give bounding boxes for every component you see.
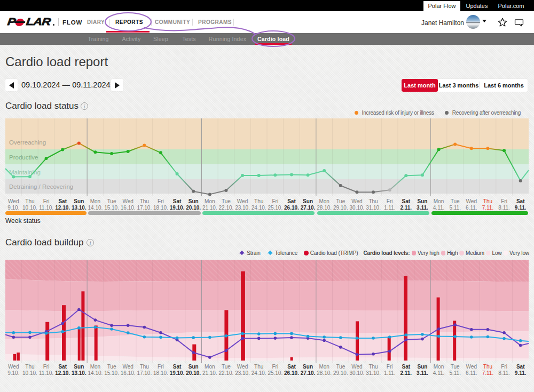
status-point-10-10-[interactable] — [28, 175, 32, 178]
tolerance-point-8-11-[interactable] — [502, 337, 506, 340]
status-point-4-11-[interactable] — [437, 148, 441, 151]
tolerance-point-11-10-[interactable] — [45, 332, 48, 335]
tolerance-point-30-10-[interactable] — [356, 337, 359, 340]
strain-point-21-10-[interactable] — [208, 356, 211, 359]
strain-point-9-11-[interactable] — [519, 344, 522, 347]
status-point-16-10-[interactable] — [127, 150, 130, 153]
status-point-7-11-[interactable] — [486, 147, 489, 150]
tolerance-point-23-10-[interactable] — [241, 332, 244, 335]
next-period-button[interactable] — [111, 79, 123, 91]
subnav-item-running-index[interactable]: Running Index — [206, 33, 249, 45]
status-point-9-10-[interactable] — [12, 175, 15, 179]
tolerance-point-9-11-[interactable] — [519, 339, 522, 342]
status-point-8-11-[interactable] — [502, 149, 506, 152]
tolerance-point-3-11-[interactable] — [421, 333, 424, 336]
menu-item-reports[interactable]: REPORTS — [115, 19, 142, 25]
tolerance-point-28-10-[interactable] — [323, 335, 326, 339]
tolerance-point-2-11-[interactable] — [405, 333, 408, 337]
tolerance-point-6-11-[interactable] — [470, 335, 473, 339]
tolerance-point-29-10-[interactable] — [339, 336, 342, 339]
menu-item-diary[interactable]: DIARY — [87, 19, 104, 25]
trimp-bar-5[interactable] — [81, 291, 84, 361]
status-point-25-10-[interactable] — [273, 173, 277, 177]
menu-item-community[interactable]: COMMUNITY — [155, 19, 186, 25]
strain-point-1-11-[interactable] — [388, 350, 391, 353]
tolerance-point-1-11-[interactable] — [388, 335, 391, 339]
favorites-star-icon[interactable] — [498, 18, 507, 27]
tolerance-point-7-11-[interactable] — [486, 335, 490, 339]
strain-point-7-11-[interactable] — [486, 328, 490, 331]
avatar-caret-icon[interactable] — [482, 20, 486, 22]
tolerance-point-15-10-[interactable] — [110, 327, 113, 331]
strain-point-24-10-[interactable] — [257, 337, 261, 340]
strain-point-2-11-[interactable] — [405, 338, 408, 341]
topbar-tab-polar-com[interactable]: Polar.com — [493, 0, 529, 11]
trimp-bar-1[interactable] — [17, 353, 20, 361]
strain-point-23-10-[interactable] — [241, 337, 244, 340]
range-last-6-months[interactable]: Last 6 months — [480, 79, 528, 92]
strain-point-3-11-[interactable] — [421, 338, 424, 341]
status-point-31-10-[interactable] — [372, 190, 375, 194]
cardio-load-buildup-chart[interactable] — [5, 260, 529, 364]
prev-period-button[interactable] — [5, 79, 18, 91]
avatar[interactable] — [466, 15, 480, 29]
status-point-17-10-[interactable] — [143, 144, 146, 147]
trimp-bar-12[interactable] — [388, 337, 391, 361]
strain-point-14-10-[interactable] — [94, 318, 97, 322]
strain-point-5-11-[interactable] — [453, 323, 457, 326]
tolerance-point-4-11-[interactable] — [437, 335, 441, 338]
range-last-3-months[interactable]: Last 3 months — [438, 79, 480, 92]
tolerance-point-5-11-[interactable] — [453, 335, 457, 338]
tolerance-point-22-10-[interactable] — [225, 334, 228, 338]
subnav-item-tests[interactable]: Tests — [180, 33, 198, 45]
strain-point-20-10-[interactable] — [192, 351, 195, 354]
tolerance-point-9-10-[interactable] — [12, 331, 15, 334]
strain-point-30-10-[interactable] — [356, 353, 359, 356]
strain-point-29-10-[interactable] — [339, 346, 342, 349]
tolerance-point-12-10-[interactable] — [61, 330, 64, 333]
strain-point-12-10-[interactable] — [61, 322, 64, 325]
status-point-28-10-[interactable] — [323, 169, 326, 172]
status-point-12-10-[interactable] — [61, 148, 64, 151]
tolerance-point-18-10-[interactable] — [159, 335, 162, 339]
status-point-9-11-[interactable] — [519, 179, 522, 182]
tolerance-point-27-10-[interactable] — [307, 335, 310, 338]
status-point-14-10-[interactable] — [93, 150, 97, 154]
status-point-6-11-[interactable] — [470, 147, 473, 150]
trimp-bar-2[interactable] — [45, 322, 49, 361]
status-point-15-10-[interactable] — [110, 152, 113, 155]
status-point-19-10-[interactable] — [176, 172, 179, 175]
strain-point-13-10-[interactable] — [77, 308, 81, 311]
trimp-bar-13[interactable] — [404, 276, 407, 361]
strain-point-28-10-[interactable] — [323, 339, 326, 342]
range-last-month[interactable]: Last month — [402, 79, 438, 92]
tolerance-point-16-10-[interactable] — [127, 331, 130, 334]
status-point-11-10-[interactable] — [45, 157, 48, 160]
strain-point-26-10-[interactable] — [290, 336, 293, 339]
status-point-3-11-[interactable] — [421, 173, 424, 177]
strain-point-25-10-[interactable] — [274, 337, 277, 340]
tolerance-point-10-10-[interactable] — [28, 331, 32, 334]
strain-point-15-10-[interactable] — [110, 324, 113, 327]
status-point-18-10-[interactable] — [159, 151, 162, 154]
topbar-tab-updates[interactable]: Updates — [460, 0, 493, 11]
status-point-26-10-[interactable] — [290, 173, 293, 177]
tolerance-point-26-10-[interactable] — [290, 332, 293, 335]
strain-point-16-10-[interactable] — [127, 324, 130, 327]
tolerance-point-19-10-[interactable] — [176, 337, 179, 340]
feedback-chat-icon[interactable] — [514, 19, 524, 27]
status-point-2-11-[interactable] — [404, 174, 407, 177]
strain-point-17-10-[interactable] — [143, 326, 146, 329]
tolerance-point-24-10-[interactable] — [257, 332, 261, 335]
trimp-bar-15[interactable] — [453, 321, 456, 361]
strain-point-6-11-[interactable] — [470, 328, 473, 331]
cardio-load-status-chart[interactable]: OverreachingProductiveMaintainingDetrain… — [5, 118, 529, 198]
user-name[interactable]: Janet Hamilton — [421, 19, 464, 27]
buildup-info-icon[interactable]: i — [87, 239, 94, 246]
tolerance-point-20-10-[interactable] — [192, 336, 195, 339]
polar-logo[interactable]: P LAR — [7, 18, 46, 27]
strain-point-10-10-[interactable] — [28, 335, 32, 339]
status-point-23-10-[interactable] — [241, 174, 244, 177]
subnav-item-sleep[interactable]: Sleep — [151, 33, 170, 45]
subnav-item-activity[interactable]: Activity — [119, 33, 144, 45]
